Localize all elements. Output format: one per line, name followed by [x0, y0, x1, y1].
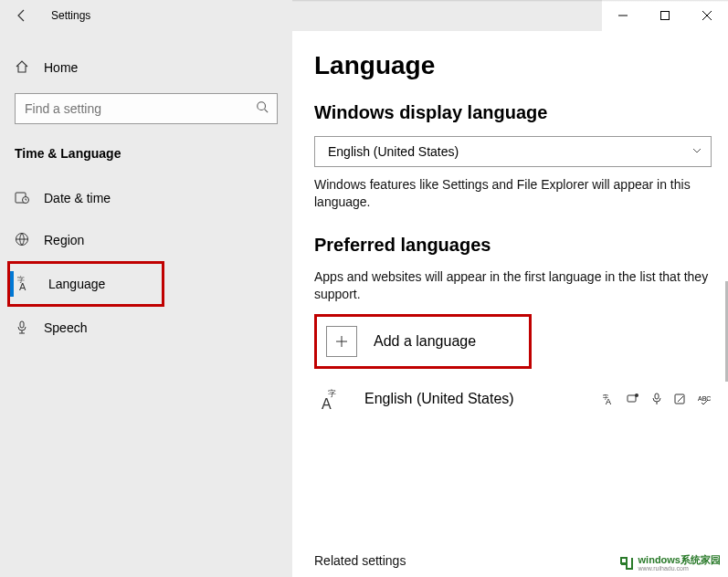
- watermark-logo-icon: [618, 555, 635, 572]
- search-input[interactable]: [15, 93, 278, 124]
- display-language-feature-icon: 字A: [602, 392, 617, 406]
- window-controls: [602, 0, 728, 31]
- search-container: [15, 93, 278, 124]
- sidebar-item-language[interactable]: 字A Language: [10, 264, 162, 304]
- watermark-text: windows系统家园: [638, 554, 721, 565]
- minimize-icon: [618, 11, 628, 20]
- language-name: English (United States): [364, 391, 514, 407]
- clock-calendar-icon: [15, 190, 29, 207]
- content-area: Language Windows display language Englis…: [292, 31, 728, 577]
- display-language-value: English (United States): [328, 144, 459, 159]
- arrow-left-icon: [15, 8, 29, 23]
- svg-text:A: A: [19, 281, 26, 291]
- preferred-languages-description: Apps and websites will appear in the fir…: [314, 268, 712, 303]
- nav-home[interactable]: Home: [0, 49, 292, 86]
- titlebar: Settings: [0, 0, 728, 31]
- add-language-button[interactable]: Add a language: [317, 317, 529, 366]
- language-feature-icons: 字A ABC: [602, 392, 712, 406]
- highlight-box-language: 字A Language: [7, 261, 164, 307]
- svg-point-13: [635, 393, 638, 397]
- spellcheck-feature-icon: ABC: [697, 392, 712, 406]
- back-button[interactable]: [0, 0, 44, 31]
- nav-home-label: Home: [44, 60, 78, 75]
- sidebar-item-label: Date & time: [44, 191, 111, 205]
- plus-icon: [326, 326, 357, 357]
- handwriting-feature-icon: [673, 392, 688, 406]
- sidebar-category: Time & Language: [0, 141, 292, 177]
- text-to-speech-feature-icon: [626, 392, 640, 406]
- add-language-label: Add a language: [374, 333, 476, 350]
- svg-rect-15: [675, 394, 684, 404]
- sidebar: Home Time & Language Date & time Region: [0, 31, 292, 577]
- microphone-icon: [15, 320, 29, 337]
- language-character-icon: 字A: [317, 387, 348, 411]
- language-character-icon: 字A: [17, 275, 34, 294]
- maximize-button[interactable]: [644, 0, 686, 31]
- minimize-button[interactable]: [602, 0, 644, 31]
- sidebar-item-label: Language: [48, 277, 105, 291]
- section-display-language: Windows display language: [314, 102, 712, 123]
- svg-rect-14: [655, 393, 659, 399]
- svg-rect-12: [628, 395, 636, 402]
- chevron-down-icon: [692, 146, 702, 157]
- watermark-sub: www.ruihadu.com: [638, 565, 721, 572]
- svg-point-1: [258, 102, 266, 110]
- page-title: Language: [314, 51, 712, 80]
- home-icon: [15, 59, 29, 77]
- globe-icon: [15, 232, 29, 249]
- svg-text:ABC: ABC: [698, 395, 711, 402]
- related-settings-heading: Related settings: [314, 553, 406, 568]
- svg-text:A: A: [322, 396, 332, 411]
- watermark: windows系统家园 www.ruihadu.com: [618, 555, 721, 572]
- sidebar-item-speech[interactable]: Speech: [0, 307, 292, 349]
- sidebar-item-label: Speech: [44, 320, 87, 335]
- close-button[interactable]: [686, 0, 728, 31]
- sidebar-item-region[interactable]: Region: [0, 219, 292, 261]
- sidebar-item-label: Region: [44, 233, 84, 247]
- svg-rect-0: [661, 12, 670, 20]
- search-icon: [256, 100, 269, 117]
- highlight-box-add-language: Add a language: [314, 314, 532, 369]
- close-icon: [702, 11, 712, 20]
- section-preferred-languages: Preferred languages: [314, 235, 712, 256]
- svg-text:A: A: [606, 397, 611, 405]
- language-list-item[interactable]: 字A English (United States) 字A ABC: [314, 376, 712, 422]
- display-language-description: Windows features like Settings and File …: [314, 176, 712, 211]
- display-language-dropdown[interactable]: English (United States): [314, 136, 712, 167]
- sidebar-item-date-time[interactable]: Date & time: [0, 177, 292, 219]
- maximize-icon: [660, 11, 670, 20]
- speech-recognition-feature-icon: [649, 392, 664, 406]
- svg-rect-7: [20, 321, 24, 328]
- window-title: Settings: [51, 9, 90, 22]
